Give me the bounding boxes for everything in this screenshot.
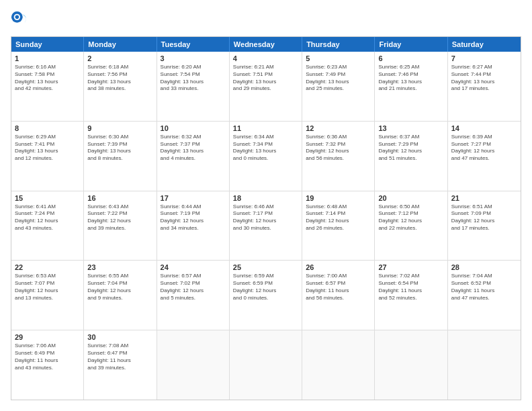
daylight-text: Daylight: 12 hours	[15, 218, 80, 225]
day-number: 3	[161, 54, 226, 62]
calendar-row: 29Sunrise: 7:06 AMSunset: 6:49 PMDayligh…	[11, 330, 521, 400]
daylight-text: Daylight: 13 hours	[306, 79, 371, 86]
daylight-text: and 5 minutes.	[161, 295, 226, 302]
daylight-text: Daylight: 13 hours	[15, 79, 80, 86]
sunset-text: Sunset: 7:04 PM	[87, 280, 152, 287]
day-number: 26	[306, 263, 371, 271]
sunrise-text: Sunrise: 6:36 AM	[306, 134, 371, 141]
calendar-cell: 1Sunrise: 6:16 AMSunset: 7:58 PMDaylight…	[11, 52, 84, 121]
day-number: 27	[378, 263, 443, 271]
sunset-text: Sunset: 7:24 PM	[15, 210, 80, 218]
sunset-text: Sunset: 7:54 PM	[161, 71, 226, 79]
calendar-header: SundayMondayTuesdayWednesdayThursdayFrid…	[11, 37, 521, 52]
calendar-cell: 3Sunrise: 6:20 AMSunset: 7:54 PMDaylight…	[157, 52, 230, 121]
daylight-text: and 21 minutes.	[378, 85, 443, 93]
sunrise-text: Sunrise: 6:30 AM	[87, 134, 152, 141]
day-number: 2	[87, 54, 152, 62]
sunrise-text: Sunrise: 6:21 AM	[233, 64, 298, 71]
calendar: SundayMondayTuesdayWednesdayThursdayFrid…	[11, 36, 521, 400]
day-number: 8	[15, 124, 80, 132]
calendar-cell: 25Sunrise: 6:59 AMSunset: 6:59 PMDayligh…	[230, 261, 302, 330]
daylight-text: Daylight: 11 hours	[306, 287, 371, 295]
calendar-cell: 8Sunrise: 6:29 AMSunset: 7:41 PMDaylight…	[11, 122, 84, 191]
day-number: 20	[378, 194, 443, 202]
calendar-cell: 20Sunrise: 6:50 AMSunset: 7:12 PMDayligh…	[375, 191, 447, 261]
calendar-cell: 6Sunrise: 6:25 AMSunset: 7:46 PMDaylight…	[375, 52, 447, 121]
sunset-text: Sunset: 6:57 PM	[306, 280, 371, 287]
daylight-text: and 52 minutes.	[378, 295, 443, 302]
daylight-text: Daylight: 12 hours	[378, 148, 443, 155]
calendar-cell: 19Sunrise: 6:48 AMSunset: 7:14 PMDayligh…	[302, 191, 375, 261]
calendar-cell: 7Sunrise: 6:27 AMSunset: 7:44 PMDaylight…	[448, 52, 521, 121]
day-number: 28	[451, 263, 517, 271]
sunset-text: Sunset: 7:32 PM	[306, 141, 371, 148]
calendar-cell: 4Sunrise: 6:21 AMSunset: 7:51 PMDaylight…	[230, 52, 302, 121]
day-number: 4	[233, 54, 298, 62]
calendar-cell: 26Sunrise: 7:00 AMSunset: 6:57 PMDayligh…	[302, 261, 375, 330]
day-number: 17	[161, 194, 226, 202]
sunset-text: Sunset: 6:47 PM	[87, 350, 152, 357]
daylight-text: Daylight: 12 hours	[451, 218, 517, 225]
daylight-text: and 30 minutes.	[233, 225, 298, 232]
sunset-text: Sunset: 7:17 PM	[233, 210, 298, 218]
daylight-text: Daylight: 12 hours	[306, 218, 371, 225]
weekday-header: Wednesday	[230, 37, 302, 52]
calendar-row: 1Sunrise: 6:16 AMSunset: 7:58 PMDaylight…	[11, 52, 521, 122]
daylight-text: and 39 minutes.	[87, 225, 152, 232]
daylight-text: Daylight: 12 hours	[451, 148, 517, 155]
calendar-cell: 17Sunrise: 6:44 AMSunset: 7:19 PMDayligh…	[157, 191, 230, 261]
calendar-row: 22Sunrise: 6:53 AMSunset: 7:07 PMDayligh…	[11, 261, 521, 330]
sunrise-text: Sunrise: 6:44 AM	[161, 203, 226, 211]
daylight-text: and 33 minutes.	[161, 85, 226, 93]
sunset-text: Sunset: 7:58 PM	[15, 71, 80, 79]
weekday-header: Tuesday	[157, 37, 230, 52]
sunrise-text: Sunrise: 7:00 AM	[306, 273, 371, 280]
sunset-text: Sunset: 7:34 PM	[233, 141, 298, 148]
daylight-text: Daylight: 12 hours	[87, 218, 152, 225]
sunset-text: Sunset: 7:07 PM	[15, 280, 80, 287]
calendar-cell: 24Sunrise: 6:57 AMSunset: 7:02 PMDayligh…	[157, 261, 230, 330]
daylight-text: and 0 minutes.	[233, 295, 298, 302]
daylight-text: and 22 minutes.	[378, 225, 443, 232]
daylight-text: Daylight: 13 hours	[233, 148, 298, 155]
day-number: 21	[451, 194, 517, 202]
sunset-text: Sunset: 7:22 PM	[87, 210, 152, 218]
sunrise-text: Sunrise: 6:48 AM	[306, 203, 371, 211]
sunset-text: Sunset: 7:19 PM	[161, 210, 226, 218]
sunset-text: Sunset: 6:54 PM	[378, 280, 443, 287]
calendar-cell: 28Sunrise: 7:04 AMSunset: 6:52 PMDayligh…	[448, 261, 521, 330]
sunrise-text: Sunrise: 7:06 AM	[15, 342, 80, 350]
day-number: 9	[87, 124, 152, 132]
sunrise-text: Sunrise: 6:23 AM	[306, 64, 371, 71]
sunset-text: Sunset: 7:46 PM	[378, 71, 443, 79]
daylight-text: and 43 minutes.	[15, 365, 80, 372]
daylight-text: and 42 minutes.	[15, 85, 80, 93]
sunrise-text: Sunrise: 6:27 AM	[451, 64, 517, 71]
daylight-text: and 34 minutes.	[161, 225, 226, 232]
daylight-text: and 12 minutes.	[15, 155, 80, 163]
sunset-text: Sunset: 7:56 PM	[87, 71, 152, 79]
calendar-cell: 16Sunrise: 6:43 AMSunset: 7:22 PMDayligh…	[84, 191, 157, 261]
day-number: 13	[378, 124, 443, 132]
calendar-cell	[157, 330, 230, 400]
day-number: 19	[306, 194, 371, 202]
day-number: 5	[306, 54, 371, 62]
sunrise-text: Sunrise: 6:51 AM	[451, 203, 517, 211]
daylight-text: Daylight: 13 hours	[161, 148, 226, 155]
sunrise-text: Sunrise: 6:59 AM	[233, 273, 298, 280]
sunrise-text: Sunrise: 6:37 AM	[378, 134, 443, 141]
day-number: 7	[451, 54, 517, 62]
sunset-text: Sunset: 6:49 PM	[15, 350, 80, 357]
calendar-cell: 22Sunrise: 6:53 AMSunset: 7:07 PMDayligh…	[11, 261, 84, 330]
sunset-text: Sunset: 7:51 PM	[233, 71, 298, 79]
daylight-text: Daylight: 11 hours	[451, 287, 517, 295]
daylight-text: and 47 minutes.	[451, 295, 517, 302]
daylight-text: Daylight: 12 hours	[87, 287, 152, 295]
daylight-text: Daylight: 12 hours	[161, 287, 226, 295]
sunrise-text: Sunrise: 6:29 AM	[15, 134, 80, 141]
daylight-text: Daylight: 12 hours	[378, 218, 443, 225]
sunrise-text: Sunrise: 6:32 AM	[161, 134, 226, 141]
daylight-text: and 4 minutes.	[161, 155, 226, 163]
calendar-cell	[302, 330, 375, 400]
sunset-text: Sunset: 7:12 PM	[378, 210, 443, 218]
